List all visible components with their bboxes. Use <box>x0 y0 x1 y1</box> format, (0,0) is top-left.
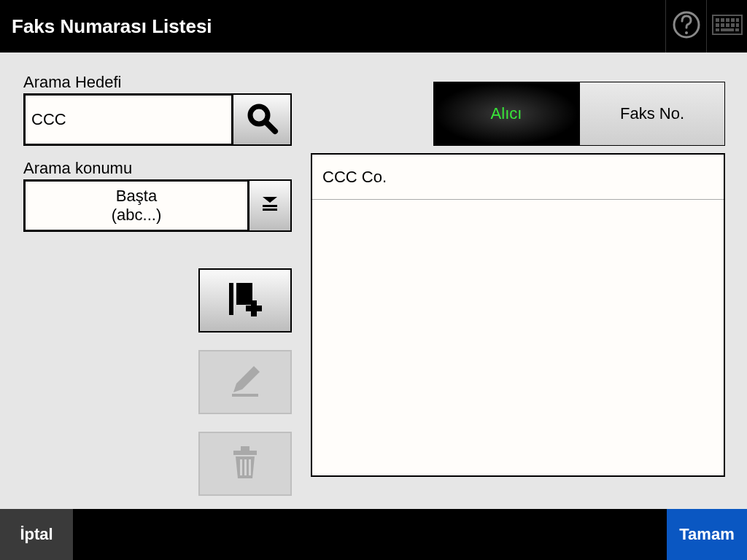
title-bar: Faks Numarası Listesi <box>0 0 747 52</box>
search-location-value-line1: Başta <box>116 187 157 206</box>
tab-faxno-label: Faks No. <box>620 104 684 123</box>
ok-button[interactable]: Tamam <box>667 509 747 560</box>
cancel-button-label: İptal <box>20 525 53 544</box>
svg-rect-24 <box>246 306 262 311</box>
list-item-label: CCC Co. <box>322 168 387 187</box>
svg-rect-7 <box>736 18 739 22</box>
svg-rect-22 <box>236 283 252 305</box>
edit-icon <box>228 363 263 401</box>
svg-rect-19 <box>263 205 277 207</box>
svg-rect-20 <box>263 209 277 211</box>
main-area: Arama Hedefi CCC Arama konumu Başta (abc… <box>0 52 747 509</box>
page-title: Faks Numarası Listesi <box>12 15 212 38</box>
search-input[interactable]: CCC <box>23 93 233 146</box>
svg-rect-14 <box>721 28 734 31</box>
svg-marker-25 <box>233 366 260 392</box>
svg-marker-18 <box>263 197 277 203</box>
svg-rect-5 <box>726 18 729 22</box>
keyboard-button[interactable] <box>706 0 747 52</box>
svg-rect-4 <box>721 18 724 22</box>
search-input-value: CCC <box>31 110 66 129</box>
help-button[interactable] <box>665 0 706 52</box>
search-location-select[interactable]: Başta (abc...) <box>23 179 249 232</box>
svg-rect-21 <box>229 283 233 315</box>
edit-entry-button <box>198 350 292 414</box>
keyboard-icon <box>712 15 743 38</box>
search-button[interactable] <box>233 93 292 146</box>
svg-rect-30 <box>244 459 247 475</box>
svg-rect-28 <box>241 446 249 451</box>
cancel-button[interactable]: İptal <box>0 509 73 560</box>
delete-entry-button <box>198 432 292 496</box>
add-entry-icon <box>225 280 266 321</box>
svg-rect-9 <box>721 23 724 27</box>
search-location-dropdown-button[interactable] <box>249 179 292 232</box>
results-list: CCC Co. <box>311 153 725 477</box>
tab-recipient[interactable]: Alıcı <box>433 82 579 146</box>
trash-icon <box>231 446 260 481</box>
svg-rect-29 <box>240 459 242 475</box>
add-entry-button[interactable] <box>198 268 292 332</box>
dropdown-icon <box>260 195 280 216</box>
svg-rect-8 <box>716 23 719 27</box>
search-location-value-line2: (abc...) <box>112 206 161 225</box>
ok-button-label: Tamam <box>679 525 734 544</box>
svg-rect-6 <box>731 18 735 22</box>
search-location-label: Arama konumu <box>23 159 132 178</box>
svg-point-1 <box>685 31 688 34</box>
svg-line-17 <box>266 122 275 131</box>
help-icon <box>672 10 701 42</box>
svg-rect-27 <box>233 451 257 455</box>
svg-rect-11 <box>731 23 735 27</box>
svg-rect-31 <box>249 459 251 475</box>
svg-rect-26 <box>232 394 258 397</box>
footer-bar: İptal Tamam <box>0 509 747 560</box>
svg-rect-3 <box>716 18 719 22</box>
svg-rect-12 <box>736 23 739 27</box>
svg-rect-15 <box>735 28 739 31</box>
list-item[interactable]: CCC Co. <box>312 155 724 200</box>
search-target-label: Arama Hedefi <box>23 73 122 92</box>
search-icon <box>244 101 279 139</box>
tab-recipient-label: Alıcı <box>491 104 522 123</box>
tab-faxno[interactable]: Faks No. <box>579 82 725 146</box>
svg-rect-10 <box>726 23 729 27</box>
svg-rect-13 <box>716 28 719 31</box>
